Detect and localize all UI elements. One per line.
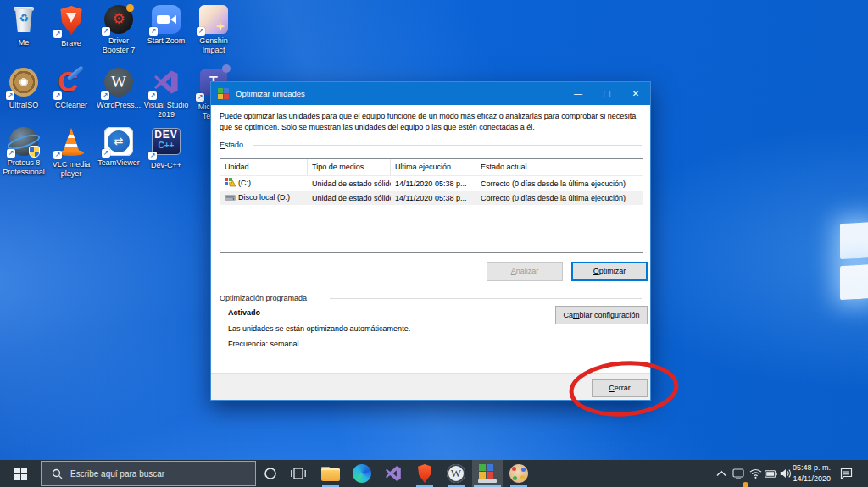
genshin-impact-icon: ↗ [199,5,228,34]
dialog-footer [211,373,650,400]
brave-icon: ↗ [56,6,86,36]
close-button[interactable]: Cerrar [592,379,648,397]
task-view-button[interactable] [287,460,310,487]
dialog-title: Optimizar unidades [236,89,305,98]
taskbar: Escribe aquí para buscar W [0,460,868,487]
desktop-icon-zoom[interactable]: ↗ Start Zoom [142,5,190,46]
start-button[interactable] [0,460,41,487]
shortcut-arrow-icon: ↗ [53,30,62,38]
tray-battery[interactable] [763,460,778,487]
minimize-button[interactable]: — [564,82,593,105]
ultraiso-icon: ↗ [8,68,39,98]
tray-expand-button[interactable] [714,460,729,487]
shortcut-arrow-icon: ↗ [149,27,158,36]
brave-icon [417,464,433,483]
taskbar-search-box[interactable]: Escribe aquí para buscar [41,461,256,486]
desktop-icon-label: Me [0,38,47,47]
wordpress-icon: W [447,464,465,483]
desktop-icon-genshin[interactable]: ↗ Genshin Impact [190,5,237,54]
dialog-intro-text: Puede optimizar las unidades para que el… [220,111,646,132]
local-disk-icon [225,193,236,203]
proteus-icon: ↗ [9,127,38,156]
schedule-section-label: Optimización programada [220,294,307,302]
cell-unit: (C:) [238,179,251,187]
column-header-status[interactable]: Estado actual [476,159,643,175]
vlc-icon: ↗ [56,127,86,158]
desktop-icon-label: Genshin Impact [190,36,237,54]
defrag-icon [478,464,497,483]
column-header-unit[interactable]: Unidad [220,159,308,175]
paint-icon [509,464,528,483]
wifi-icon [749,468,762,479]
desktop-icon-label: VLC media player [47,160,95,178]
schedule-description: Las unidades se están optimizando automá… [228,324,410,333]
dev-cpp-icon: DEVC++↗ [151,128,181,158]
tray-wifi[interactable] [748,460,763,487]
cell-lastrun: 14/11/2020 05:38 p... [391,194,476,202]
task-view-icon [291,467,306,480]
drives-list-header[interactable]: Unidad Tipo de medios Última ejecución E… [220,159,643,176]
desktop-icon-ultraiso[interactable]: ↗ UltraISO [0,68,47,110]
taskbar-defrag-active[interactable] [472,460,503,487]
desktop-icon-vlc[interactable]: ↗ VLC media player [47,127,95,178]
cell-lastrun: 14/11/2020 05:38 p... [391,180,476,188]
shortcut-arrow-icon: ↗ [7,149,15,158]
taskbar-wordpress[interactable]: W [441,460,471,487]
desktop: ♻ Me ↗ Brave ⚙↗ Driver Booster 7 ↗ Start… [0,0,868,487]
file-explorer-icon [321,467,340,481]
shortcut-arrow-icon: ↗ [196,93,204,102]
desktop-icon-proteus[interactable]: ↗ Proteus 8 Professional [0,127,47,176]
optimize-drives-dialog: Optimizar unidades — ▢ ✕ Puede optimizar… [210,81,651,401]
visual-studio-icon [384,464,403,483]
cell-status: Correcto (0 días desde la última ejecuci… [476,194,643,202]
desktop-icon-ccleaner[interactable]: C↗ CCleaner [47,68,95,110]
drives-list: Unidad Tipo de medios Última ejecución E… [220,158,643,253]
status-section-label: Estado [220,141,243,149]
search-placeholder: Escribe aquí para buscar [70,469,164,479]
desktop-icon-brave[interactable]: ↗ Brave [47,5,95,48]
maximize-button[interactable]: ▢ [593,82,621,105]
desktop-icon-devcpp[interactable]: DEVC++↗ Dev-C++ [142,127,190,170]
desktop-icon-label: CCleaner [47,101,95,110]
column-header-lastrun[interactable]: Última ejecución [391,159,476,175]
wordpress-icon: W↗ [103,68,134,98]
taskbar-edge[interactable] [347,460,377,487]
table-row-drive-d[interactable]: Disco local (D:) Unidad de estado sólido… [220,191,643,205]
desktop-icon-label: WordPress... [95,101,142,110]
schedule-state: Activado [228,308,260,317]
tray-window-icon [732,468,744,479]
table-row-drive-c[interactable]: (C:) Unidad de estado sólido 14/11/2020 … [220,176,643,191]
optimize-button[interactable]: Optimizar [571,262,648,281]
desktop-icon-label: Start Zoom [142,36,190,46]
taskbar-file-explorer[interactable] [315,460,346,487]
notification-center-button[interactable] [836,460,856,487]
defrag-app-icon [218,88,230,100]
clock-time: 05:48 p. m. [790,462,831,473]
desktop-icon-label: Visual Studio 2019 [142,101,190,119]
desktop-icon-label: UltraISO [0,101,47,110]
shortcut-arrow-icon: ↗ [197,27,205,36]
tray-app-icon[interactable] [730,460,747,487]
cell-status: Correcto (0 días desde la última ejecuci… [476,180,643,188]
shortcut-arrow-icon: ↗ [148,152,157,160]
shortcut-arrow-icon: ↗ [53,91,62,100]
system-drive-icon [225,178,236,189]
analyze-button[interactable]: Analizar [487,262,563,281]
shortcut-arrow-icon: ↗ [148,91,157,100]
taskbar-visual-studio[interactable] [378,460,409,487]
desktop-icon-driver-booster[interactable]: ⚙↗ Driver Booster 7 [95,5,142,54]
desktop-icon-recycle-bin[interactable]: ♻ Me [0,5,47,47]
desktop-icon-wordpress[interactable]: W↗ WordPress... [95,68,142,110]
ccleaner-icon: C↗ [56,68,86,98]
desktop-icon-teamviewer[interactable]: ⇄↗ TeamViewer [95,127,142,168]
column-header-media[interactable]: Tipo de medios [308,159,391,175]
change-settings-button[interactable]: Cambiar configuración [555,306,648,324]
tray-clock[interactable]: 05:48 p. m. 14/11/2020 [790,462,831,484]
desktop-icon-visual-studio[interactable]: ↗ Visual Studio 2019 [142,68,190,119]
cell-media: Unidad de estado sólido [308,194,391,202]
close-window-button[interactable]: ✕ [621,82,650,105]
taskbar-paint[interactable] [504,460,534,487]
cortana-button[interactable] [259,460,281,487]
notification-center-icon [840,468,853,479]
taskbar-brave[interactable] [409,460,440,487]
